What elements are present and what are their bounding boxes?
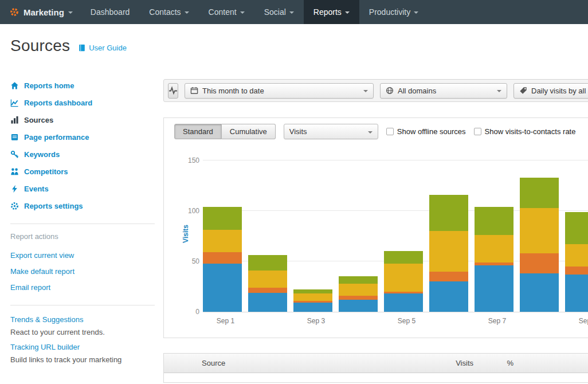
- bar-segment-series-green[interactable]: [429, 195, 468, 231]
- sparkline-toggle-button[interactable]: [168, 83, 178, 99]
- globe-icon: [386, 87, 394, 95]
- bar-segment-series-green[interactable]: [203, 207, 242, 230]
- column-header-percent[interactable]: %: [473, 359, 519, 367]
- tracking-url-builder-link[interactable]: Tracking URL builder: [10, 341, 155, 354]
- bar-segment-series-yellow[interactable]: [565, 244, 588, 267]
- bar-segment-series-green[interactable]: [248, 255, 287, 270]
- bar-segment-series-blue[interactable]: [293, 303, 332, 312]
- nav-item-social[interactable]: Social: [254, 0, 304, 24]
- report-actions-heading: Report actions: [10, 232, 155, 241]
- x-axis-tick: [339, 317, 384, 325]
- bar-segment-series-yellow[interactable]: [293, 293, 332, 300]
- sidebar-item-events[interactable]: Events: [10, 180, 155, 197]
- brand-menu[interactable]: Marketing: [0, 0, 81, 24]
- bar-segment-series-blue[interactable]: [248, 293, 287, 312]
- sidebar-item-label: Page performance: [24, 133, 89, 142]
- trends-suggestions-link[interactable]: Trends & Suggestions: [10, 314, 155, 326]
- sidebar-item-reports-dashboard[interactable]: Reports dashboard: [10, 94, 155, 111]
- nav-item-content[interactable]: Content: [199, 0, 254, 24]
- bar-segment-series-blue[interactable]: [520, 273, 559, 312]
- checkbox-label: Show offline sources: [397, 127, 466, 136]
- bar-segment-series-yellow[interactable]: [520, 208, 559, 253]
- stacked-bar[interactable]: [248, 255, 287, 312]
- bar-segment-series-orange[interactable]: [339, 296, 378, 300]
- stacked-bar[interactable]: [565, 212, 588, 312]
- column-header-visits[interactable]: Visits: [430, 359, 473, 367]
- nav-item-contacts[interactable]: Contacts: [139, 0, 198, 24]
- show-visits-to-contacts-checkbox[interactable]: Show visits-to-contacts rate: [474, 127, 576, 136]
- bar-segment-series-green[interactable]: [520, 178, 559, 208]
- bar-segment-series-yellow[interactable]: [429, 231, 468, 271]
- top-nav: Marketing Dashboard Contacts Content Soc…: [0, 0, 588, 24]
- metric-dropdown[interactable]: Visits: [284, 124, 378, 139]
- pages-icon: [10, 132, 19, 142]
- user-guide-link[interactable]: User Guide: [78, 44, 127, 52]
- stacked-bar[interactable]: [475, 207, 513, 312]
- line-chart-icon: [10, 98, 19, 107]
- domain-dropdown[interactable]: All domains: [380, 83, 507, 99]
- bar-segment-series-orange[interactable]: [203, 252, 242, 263]
- bar-segment-series-orange[interactable]: [429, 272, 468, 282]
- chevron-down-icon: [68, 11, 73, 14]
- bar-segment-series-blue[interactable]: [339, 300, 378, 312]
- nav-item-reports[interactable]: Reports: [304, 0, 359, 24]
- stacked-bar[interactable]: [384, 251, 423, 312]
- bar-segment-series-orange[interactable]: [520, 253, 559, 273]
- bar-segment-series-yellow[interactable]: [248, 271, 287, 288]
- chart-plot: 050100150: [203, 161, 588, 312]
- make-default-report-link[interactable]: Make default report: [10, 264, 155, 280]
- y-axis-tick: 0: [177, 308, 199, 316]
- show-offline-sources-checkbox[interactable]: Show offline sources: [386, 127, 466, 136]
- book-icon: [78, 44, 86, 52]
- bar-segment-series-green[interactable]: [384, 251, 423, 263]
- nav-item-label: Productivity: [369, 7, 410, 17]
- bar-segment-series-blue[interactable]: [429, 281, 468, 312]
- bar-segment-series-yellow[interactable]: [475, 235, 513, 262]
- stacked-bar[interactable]: [520, 178, 559, 312]
- bar-segment-series-green[interactable]: [475, 207, 513, 235]
- bar-segment-series-orange[interactable]: [565, 267, 588, 275]
- chevron-down-icon: [368, 131, 373, 134]
- bar-segment-series-green[interactable]: [339, 276, 378, 283]
- nav-item-productivity[interactable]: Productivity: [359, 0, 428, 24]
- stacked-bar[interactable]: [203, 207, 242, 312]
- bar-segment-series-yellow[interactable]: [339, 284, 378, 296]
- stacked-bar[interactable]: [293, 289, 332, 312]
- source-dropdown[interactable]: Daily visits by all source...: [513, 83, 588, 99]
- x-axis-tick: Sep 9: [565, 317, 588, 325]
- bar-segment-series-blue[interactable]: [565, 275, 588, 312]
- nav-item-dashboard[interactable]: Dashboard: [81, 0, 140, 24]
- chevron-down-icon: [240, 11, 245, 14]
- chart-panel: Standard Cumulative Visits Show offline …: [163, 117, 588, 338]
- column-header-source[interactable]: Source: [164, 359, 430, 367]
- cumulative-toggle-button[interactable]: Cumulative: [222, 124, 276, 139]
- bar-segment-series-yellow[interactable]: [384, 264, 423, 292]
- bar-segment-series-blue[interactable]: [475, 265, 513, 312]
- home-icon: [10, 81, 19, 90]
- bar-segment-series-blue[interactable]: [384, 293, 423, 312]
- date-range-dropdown[interactable]: This month to date: [185, 83, 374, 99]
- sidebar-item-keywords[interactable]: Keywords: [10, 146, 155, 163]
- sidebar-item-sources[interactable]: Sources: [10, 111, 155, 128]
- bar-segment-series-blue[interactable]: [203, 264, 242, 312]
- domain-value: All domains: [398, 87, 436, 95]
- view-toggle: Standard Cumulative: [174, 124, 276, 139]
- bar-segment-series-green[interactable]: [293, 289, 332, 293]
- sources-table: Source Visits %: [163, 353, 588, 383]
- bar-segment-series-yellow[interactable]: [203, 230, 242, 252]
- sidebar-divider: [10, 224, 155, 224]
- stacked-bar[interactable]: [339, 276, 378, 312]
- bar-segment-series-orange[interactable]: [248, 288, 287, 293]
- standard-toggle-button[interactable]: Standard: [174, 124, 222, 139]
- y-axis-tick: 150: [177, 156, 199, 164]
- email-report-link[interactable]: Email report: [10, 280, 155, 296]
- sidebar-divider: [10, 305, 155, 305]
- checkbox-label: Show visits-to-contacts rate: [485, 127, 576, 136]
- sidebar-item-competitors[interactable]: Competitors: [10, 163, 155, 180]
- sidebar-item-reports-home[interactable]: Reports home: [10, 77, 155, 94]
- sidebar-item-page-performance[interactable]: Page performance: [10, 128, 155, 146]
- stacked-bar[interactable]: [429, 195, 468, 312]
- bar-segment-series-green[interactable]: [565, 212, 588, 244]
- export-current-view-link[interactable]: Export current view: [10, 248, 155, 264]
- sidebar-item-reports-settings[interactable]: Reports settings: [10, 197, 155, 214]
